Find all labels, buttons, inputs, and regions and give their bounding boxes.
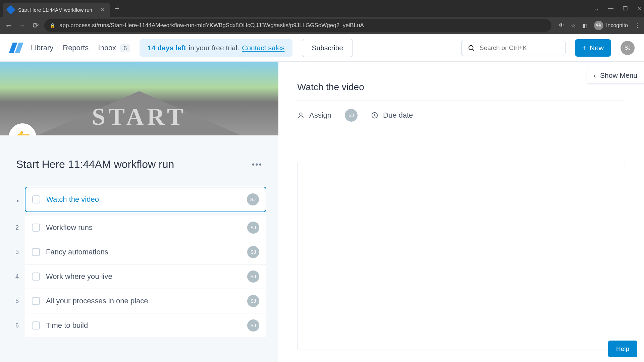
task-assignee-avatar[interactable]: SJ [247, 319, 259, 331]
task-number: 3 [12, 249, 19, 256]
search-box[interactable] [461, 40, 566, 56]
task-number: 2 [12, 224, 19, 231]
assign-button[interactable]: Assign [297, 111, 331, 120]
lock-icon: 🔒 [50, 23, 55, 28]
task-row: 2Workflow runsSJ [12, 216, 266, 240]
task-list: •Watch the videoSJ2Workflow runsSJ3Fancy… [0, 171, 278, 362]
task-card[interactable]: Time to buildSJ [25, 313, 266, 338]
nav-inbox[interactable]: Inbox 6 [98, 44, 130, 52]
left-panel: START 👉 Start Here 11:44AM workflow run … [0, 62, 278, 362]
tab-title: Start Here 11:44AM workflow run [18, 7, 96, 13]
detail-title: Watch the video [297, 82, 625, 93]
task-row: 4Work where you liveSJ [12, 264, 266, 289]
help-button[interactable]: Help [608, 341, 637, 357]
task-row: 5All your processes in one placeSJ [12, 289, 266, 313]
due-date-button[interactable]: Due date [371, 111, 413, 120]
more-icon[interactable]: ••• [252, 160, 262, 169]
task-card[interactable]: Watch the videoSJ [25, 187, 266, 212]
task-number: 6 [12, 322, 19, 329]
inbox-count-badge: 6 [120, 44, 130, 52]
trial-days: 14 days left [148, 44, 186, 52]
search-input[interactable] [480, 44, 559, 52]
svg-line-1 [472, 49, 474, 51]
task-label: Work where you live [46, 272, 241, 281]
browser-tab[interactable]: Start Here 11:44AM workflow run ✕ [3, 3, 110, 17]
menu-icon[interactable]: ⋮ [635, 22, 640, 29]
browser-tab-strip: Start Here 11:44AM workflow run ✕ + ⌄ — … [0, 0, 644, 17]
close-tab-icon[interactable]: ✕ [100, 6, 105, 13]
incognito-label: Incognito [606, 22, 628, 28]
task-label: Fancy automations [46, 248, 241, 256]
search-icon [468, 44, 475, 52]
task-row: 3Fancy automationsSJ [12, 240, 266, 264]
svg-point-2 [300, 113, 302, 115]
task-assignee-avatar[interactable]: SJ [247, 193, 259, 205]
chevron-down-icon[interactable]: ⌄ [594, 5, 599, 12]
task-label: Time to build [46, 321, 241, 330]
url-text: app.process.st/runs/Start-Here-1144AM-wo… [59, 22, 364, 29]
content-area[interactable] [297, 162, 625, 350]
eye-off-icon[interactable]: 👁 [559, 22, 564, 28]
trial-banner: 14 days left in your free trial. Contact… [140, 39, 292, 57]
task-number: 5 [12, 298, 19, 305]
app-root: Library Reports Inbox 6 14 days left in … [0, 34, 644, 362]
incognito-badge[interactable]: 🕶 Incognito [594, 21, 628, 30]
due-date-label: Due date [383, 111, 413, 120]
task-checkbox[interactable] [32, 321, 40, 329]
nav-library[interactable]: Library [31, 44, 53, 52]
task-card[interactable]: Work where you liveSJ [25, 264, 266, 289]
main-area: START 👉 Start Here 11:44AM workflow run … [0, 62, 644, 362]
extensions-icon[interactable]: ◧ [582, 22, 587, 29]
detail-meta: Assign SJ Due date [297, 109, 625, 122]
task-checkbox[interactable] [32, 195, 40, 203]
task-card[interactable]: Fancy automationsSJ [25, 240, 266, 264]
trial-rest: in your free trial. [189, 44, 239, 52]
url-field[interactable]: 🔒 app.process.st/runs/Start-Here-1144AM-… [44, 19, 551, 32]
window-controls: ⌄ — ❐ ✕ [594, 5, 641, 12]
subscribe-button[interactable]: Subscribe [302, 39, 353, 57]
reload-button[interactable]: ⟳ [31, 21, 40, 30]
task-checkbox[interactable] [32, 224, 40, 232]
new-tab-button[interactable]: + [115, 4, 119, 13]
run-title: Start Here 11:44AM workflow run [16, 158, 174, 171]
nav-inbox-label: Inbox [98, 44, 116, 52]
task-checkbox[interactable] [32, 273, 40, 281]
task-label: Workflow runs [46, 223, 241, 232]
task-number: 4 [12, 273, 19, 280]
assignee-avatar[interactable]: SJ [345, 109, 358, 122]
clock-icon [371, 112, 378, 119]
show-menu-label: Show Menu [600, 71, 637, 79]
task-number: • [12, 198, 19, 205]
user-icon [297, 112, 305, 119]
task-assignee-avatar[interactable]: SJ [247, 270, 259, 283]
task-checkbox[interactable] [32, 297, 40, 305]
assign-label: Assign [309, 111, 331, 120]
show-menu-button[interactable]: ‹ Show Menu [587, 67, 644, 84]
incognito-icon: 🕶 [594, 21, 603, 30]
contact-sales-link[interactable]: Contact sales [242, 44, 284, 52]
minimize-icon[interactable]: — [608, 5, 613, 11]
task-card[interactable]: Workflow runsSJ [25, 216, 266, 240]
task-assignee-avatar[interactable]: SJ [247, 295, 259, 307]
nav-reports[interactable]: Reports [63, 44, 89, 52]
forward-button[interactable]: → [17, 21, 27, 30]
task-row: 6Time to buildSJ [12, 313, 266, 338]
user-avatar[interactable]: SJ [621, 41, 635, 55]
address-bar: ← → ⟳ 🔒 app.process.st/runs/Start-Here-1… [0, 17, 644, 34]
new-button-label: New [590, 44, 604, 52]
task-label: Watch the video [46, 195, 241, 204]
close-window-icon[interactable]: ✕ [637, 5, 641, 12]
star-icon[interactable]: ☆ [571, 22, 576, 29]
hero-emoji-badge: 👉 [9, 123, 36, 135]
logo-icon[interactable] [9, 42, 21, 54]
task-assignee-avatar[interactable]: SJ [247, 222, 259, 234]
task-checkbox[interactable] [32, 248, 40, 256]
new-button[interactable]: + New [575, 39, 611, 57]
task-card[interactable]: All your processes in one placeSJ [25, 289, 266, 313]
task-assignee-avatar[interactable]: SJ [247, 246, 259, 258]
task-label: All your processes in one place [46, 297, 241, 305]
back-button[interactable]: ← [4, 21, 13, 30]
hero-text: START [92, 103, 186, 131]
maximize-icon[interactable]: ❐ [623, 5, 628, 12]
plus-icon: + [582, 44, 586, 52]
